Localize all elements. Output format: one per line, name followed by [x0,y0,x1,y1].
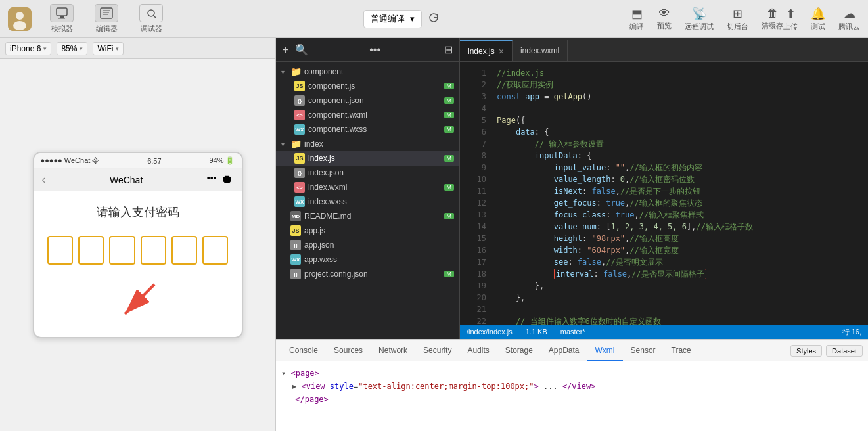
svg-rect-3 [57,8,67,16]
avatar [8,7,32,31]
device-name: iPhone 6 [10,44,41,53]
tab-network[interactable]: Network [371,340,415,361]
code-line-9: input_value: "",//输入框的初始内容 [497,162,863,173]
tab-audits[interactable]: Audits [459,340,497,361]
simulator-toolbar: iPhone 6 ▾ 85% ▾ WiFi ▾ [0,38,275,59]
filename: app.wxss [304,255,454,264]
file-app-wxss[interactable]: WX app.wxss [276,252,459,267]
network-select[interactable]: WiFi ▾ [93,42,124,55]
simulator-label: 模拟器 [51,24,73,34]
code-area[interactable]: //index.js //获取应用实例 const app = getApp()… [491,62,868,325]
signal-dots: ●●●●● WeChat 令 [41,156,100,166]
tab-wxml[interactable]: Wxml [587,340,623,361]
tab-sources[interactable]: Sources [326,340,371,361]
record-icon[interactable]: ⏺ [221,173,233,187]
upload-action[interactable]: ⬆ 上传 [783,7,798,32]
file-index-json[interactable]: {} index.json [276,166,459,180]
filetree-actions: + 🔍 [283,43,308,56]
code-line-11: isNext: false,//是否是下一步的按钮 [497,185,863,197]
tab-sensor[interactable]: Sensor [623,340,664,361]
folder-index[interactable]: ▾ 📁 index [276,137,459,151]
svg-rect-6 [101,8,112,18]
file-component-wxml[interactable]: <> component.wxml M [276,108,459,122]
compile-action[interactable]: ⬒ 编译 [629,7,644,32]
file-component-js[interactable]: JS component.js M [276,79,459,93]
device-arrow-icon: ▾ [43,45,47,52]
toolbar: 模拟器 编辑器 调试器 普通编译 ▾ ⬒ 编译 👁 预览 📡 [0,0,868,38]
cut-label: 切后台 [727,22,748,32]
folder-icon: 📁 [290,66,301,77]
folder-component[interactable]: ▾ 📁 component [276,64,459,79]
iphone-frame: ●●●●● WeChat 令 6:57 94% 🔋 ‹ WeChat ••• ⏺… [33,152,243,338]
svg-rect-4 [60,16,64,18]
styles-button[interactable]: Styles [790,345,822,357]
file-app-js[interactable]: JS app.js [276,223,459,238]
code-line-21 [497,304,863,315]
test-action[interactable]: 🔔 测试 [811,7,825,32]
code-line-12: get_focus: true,//输入框的聚焦状态 [497,197,863,209]
tab-security[interactable]: Security [415,340,459,361]
compile-select[interactable]: 普通编译 ▾ [363,10,422,28]
payment-boxes [47,236,229,265]
clear-cache-action[interactable]: 🗑 清缓存 [762,7,783,31]
more-options-button[interactable]: ••• [369,44,380,56]
search-button[interactable]: 🔍 [295,43,308,56]
file-index-js[interactable]: JS index.js M [276,151,459,166]
svg-line-11 [154,16,156,18]
json-icon: {} [290,269,301,279]
tab-index-js[interactable]: index.js × [460,40,513,61]
red-arrow-icon [112,278,164,324]
tab-index-wxml[interactable]: index.wxml [513,40,568,61]
debugger-button[interactable]: 调试器 [139,4,163,34]
code-line-1: //index.js [497,67,863,79]
modified-badge: M [444,126,455,133]
preview-action[interactable]: 👁 预览 [657,7,672,31]
devtools-tabs: Console Sources Network Security Audits … [276,340,868,361]
code-line-7: // 输入框参数设置 [497,138,863,150]
filename: app.js [304,226,454,235]
file-component-wxss[interactable]: WX component.wxss M [276,122,459,137]
file-component-json[interactable]: {} component.json M [276,93,459,108]
editor-button[interactable]: 编辑器 [95,4,118,34]
file-index-wxml[interactable]: <> index.wxml M [276,180,459,194]
tab-console[interactable]: Console [281,340,326,361]
wechat-bar: ‹ WeChat ••• ⏺ [34,169,242,191]
filename: index.wxss [308,197,454,206]
editor-content: 123456 789101112 131415161718 1920212223… [460,62,868,325]
xml-line-view: ▶ <view style="text-align:center;margin-… [281,380,863,393]
collapse-button[interactable]: ⊟ [444,43,453,56]
svg-point-2 [13,21,26,30]
folder-arrow-icon: ▾ [281,68,290,76]
dataset-button[interactable]: Dataset [826,345,863,357]
file-readme[interactable]: MD README.md M [276,209,459,223]
file-app-json[interactable]: {} app.json [276,238,459,252]
expand-icon[interactable]: ▶ [292,382,296,391]
tab-storage[interactable]: Storage [497,340,541,361]
expand-icon[interactable]: ▾ [281,369,286,378]
tab-trace[interactable]: Trace [664,340,699,361]
refresh-button[interactable] [427,11,440,27]
new-file-button[interactable]: + [283,43,288,56]
code-line-10: value_length: 0,//输入框密码位数 [497,173,863,185]
payment-box-3 [109,236,135,265]
simulator-button[interactable]: 模拟器 [50,4,74,34]
payment-box-2 [78,236,104,265]
payment-box-1 [47,236,73,265]
tab-appdata[interactable]: AppData [541,340,587,361]
device-select[interactable]: iPhone 6 ▾ [5,42,51,55]
code-line-8: inputData: { [497,150,863,162]
file-index-wxss[interactable]: WX index.wxss [276,194,459,209]
cut-action[interactable]: ⊞ 切后台 [727,7,748,32]
cloud-action[interactable]: ☁ 腾讯云 [838,7,860,32]
zoom-arrow-icon: ▾ [80,45,83,52]
payment-title: 请输入支付密码 [47,204,229,220]
zoom-select[interactable]: 85% ▾ [57,42,87,55]
close-tab-icon[interactable]: × [499,46,504,57]
filename: component.wxss [308,125,444,134]
remote-debug-action[interactable]: 📡 远程调试 [685,7,714,32]
back-button[interactable]: ‹ [42,173,46,187]
js-icon: JS [294,153,305,164]
file-project-config[interactable]: {} project.config.json M [276,267,459,281]
more-icon[interactable]: ••• [207,173,217,187]
iphone-body: 请输入支付密码 [34,191,242,337]
